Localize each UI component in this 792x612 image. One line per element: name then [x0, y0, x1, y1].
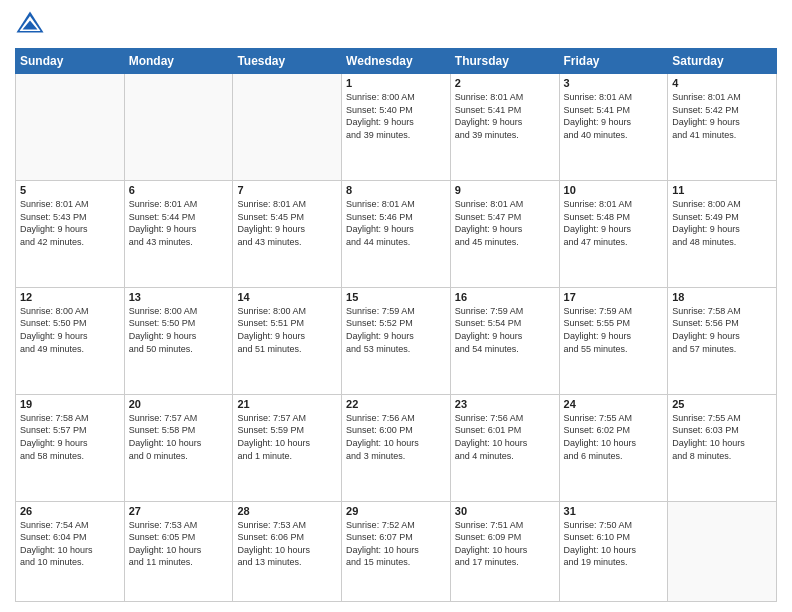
calendar-week-row: 5Sunrise: 8:01 AM Sunset: 5:43 PM Daylig… — [16, 180, 777, 287]
day-info: Sunrise: 8:01 AM Sunset: 5:48 PM Dayligh… — [564, 198, 664, 248]
day-number: 15 — [346, 291, 446, 303]
day-number: 2 — [455, 77, 555, 89]
day-number: 9 — [455, 184, 555, 196]
day-info: Sunrise: 8:01 AM Sunset: 5:41 PM Dayligh… — [455, 91, 555, 141]
calendar-cell: 6Sunrise: 8:01 AM Sunset: 5:44 PM Daylig… — [124, 180, 233, 287]
day-info: Sunrise: 8:00 AM Sunset: 5:51 PM Dayligh… — [237, 305, 337, 355]
calendar-cell: 4Sunrise: 8:01 AM Sunset: 5:42 PM Daylig… — [668, 74, 777, 181]
day-number: 14 — [237, 291, 337, 303]
day-info: Sunrise: 7:56 AM Sunset: 6:00 PM Dayligh… — [346, 412, 446, 462]
calendar-cell — [233, 74, 342, 181]
day-number: 13 — [129, 291, 229, 303]
day-info: Sunrise: 8:01 AM Sunset: 5:46 PM Dayligh… — [346, 198, 446, 248]
calendar-cell: 18Sunrise: 7:58 AM Sunset: 5:56 PM Dayli… — [668, 287, 777, 394]
day-number: 24 — [564, 398, 664, 410]
day-info: Sunrise: 7:59 AM Sunset: 5:54 PM Dayligh… — [455, 305, 555, 355]
calendar-cell: 14Sunrise: 8:00 AM Sunset: 5:51 PM Dayli… — [233, 287, 342, 394]
day-info: Sunrise: 7:56 AM Sunset: 6:01 PM Dayligh… — [455, 412, 555, 462]
day-info: Sunrise: 8:01 AM Sunset: 5:45 PM Dayligh… — [237, 198, 337, 248]
day-info: Sunrise: 8:01 AM Sunset: 5:43 PM Dayligh… — [20, 198, 120, 248]
weekday-header: Saturday — [668, 49, 777, 74]
weekday-header: Sunday — [16, 49, 125, 74]
calendar-cell: 19Sunrise: 7:58 AM Sunset: 5:57 PM Dayli… — [16, 394, 125, 501]
day-number: 1 — [346, 77, 446, 89]
day-number: 3 — [564, 77, 664, 89]
calendar-cell: 15Sunrise: 7:59 AM Sunset: 5:52 PM Dayli… — [342, 287, 451, 394]
calendar-cell: 7Sunrise: 8:01 AM Sunset: 5:45 PM Daylig… — [233, 180, 342, 287]
day-info: Sunrise: 8:00 AM Sunset: 5:50 PM Dayligh… — [20, 305, 120, 355]
day-info: Sunrise: 7:50 AM Sunset: 6:10 PM Dayligh… — [564, 519, 664, 569]
day-info: Sunrise: 7:53 AM Sunset: 6:05 PM Dayligh… — [129, 519, 229, 569]
day-number: 4 — [672, 77, 772, 89]
weekday-header: Friday — [559, 49, 668, 74]
day-number: 22 — [346, 398, 446, 410]
calendar-cell: 31Sunrise: 7:50 AM Sunset: 6:10 PM Dayli… — [559, 501, 668, 601]
calendar-cell — [16, 74, 125, 181]
day-info: Sunrise: 8:01 AM Sunset: 5:42 PM Dayligh… — [672, 91, 772, 141]
calendar-cell: 23Sunrise: 7:56 AM Sunset: 6:01 PM Dayli… — [450, 394, 559, 501]
day-info: Sunrise: 7:59 AM Sunset: 5:52 PM Dayligh… — [346, 305, 446, 355]
logo-icon — [15, 10, 45, 40]
calendar-cell — [124, 74, 233, 181]
calendar-cell: 8Sunrise: 8:01 AM Sunset: 5:46 PM Daylig… — [342, 180, 451, 287]
day-info: Sunrise: 8:00 AM Sunset: 5:40 PM Dayligh… — [346, 91, 446, 141]
day-number: 28 — [237, 505, 337, 517]
day-number: 17 — [564, 291, 664, 303]
day-info: Sunrise: 7:54 AM Sunset: 6:04 PM Dayligh… — [20, 519, 120, 569]
day-number: 31 — [564, 505, 664, 517]
day-number: 23 — [455, 398, 555, 410]
day-number: 25 — [672, 398, 772, 410]
calendar-cell: 30Sunrise: 7:51 AM Sunset: 6:09 PM Dayli… — [450, 501, 559, 601]
weekday-header: Thursday — [450, 49, 559, 74]
calendar-week-row: 19Sunrise: 7:58 AM Sunset: 5:57 PM Dayli… — [16, 394, 777, 501]
calendar-cell: 17Sunrise: 7:59 AM Sunset: 5:55 PM Dayli… — [559, 287, 668, 394]
calendar-cell: 28Sunrise: 7:53 AM Sunset: 6:06 PM Dayli… — [233, 501, 342, 601]
calendar-cell: 29Sunrise: 7:52 AM Sunset: 6:07 PM Dayli… — [342, 501, 451, 601]
day-number: 20 — [129, 398, 229, 410]
calendar-cell: 2Sunrise: 8:01 AM Sunset: 5:41 PM Daylig… — [450, 74, 559, 181]
weekday-header: Monday — [124, 49, 233, 74]
calendar-week-row: 1Sunrise: 8:00 AM Sunset: 5:40 PM Daylig… — [16, 74, 777, 181]
day-info: Sunrise: 7:53 AM Sunset: 6:06 PM Dayligh… — [237, 519, 337, 569]
day-info: Sunrise: 7:51 AM Sunset: 6:09 PM Dayligh… — [455, 519, 555, 569]
day-info: Sunrise: 8:01 AM Sunset: 5:47 PM Dayligh… — [455, 198, 555, 248]
calendar-cell: 13Sunrise: 8:00 AM Sunset: 5:50 PM Dayli… — [124, 287, 233, 394]
day-number: 16 — [455, 291, 555, 303]
day-number: 26 — [20, 505, 120, 517]
day-info: Sunrise: 7:57 AM Sunset: 5:58 PM Dayligh… — [129, 412, 229, 462]
calendar-cell: 11Sunrise: 8:00 AM Sunset: 5:49 PM Dayli… — [668, 180, 777, 287]
day-info: Sunrise: 7:58 AM Sunset: 5:56 PM Dayligh… — [672, 305, 772, 355]
day-number: 21 — [237, 398, 337, 410]
calendar-table: SundayMondayTuesdayWednesdayThursdayFrid… — [15, 48, 777, 602]
calendar-cell: 26Sunrise: 7:54 AM Sunset: 6:04 PM Dayli… — [16, 501, 125, 601]
page: SundayMondayTuesdayWednesdayThursdayFrid… — [0, 0, 792, 612]
header — [15, 10, 777, 40]
day-info: Sunrise: 7:59 AM Sunset: 5:55 PM Dayligh… — [564, 305, 664, 355]
day-number: 29 — [346, 505, 446, 517]
day-number: 18 — [672, 291, 772, 303]
day-number: 30 — [455, 505, 555, 517]
day-info: Sunrise: 7:52 AM Sunset: 6:07 PM Dayligh… — [346, 519, 446, 569]
day-number: 12 — [20, 291, 120, 303]
calendar-cell: 1Sunrise: 8:00 AM Sunset: 5:40 PM Daylig… — [342, 74, 451, 181]
calendar-cell: 9Sunrise: 8:01 AM Sunset: 5:47 PM Daylig… — [450, 180, 559, 287]
day-info: Sunrise: 8:00 AM Sunset: 5:50 PM Dayligh… — [129, 305, 229, 355]
weekday-header: Wednesday — [342, 49, 451, 74]
day-number: 7 — [237, 184, 337, 196]
calendar-header-row: SundayMondayTuesdayWednesdayThursdayFrid… — [16, 49, 777, 74]
calendar-cell: 24Sunrise: 7:55 AM Sunset: 6:02 PM Dayli… — [559, 394, 668, 501]
day-info: Sunrise: 8:01 AM Sunset: 5:44 PM Dayligh… — [129, 198, 229, 248]
calendar-week-row: 12Sunrise: 8:00 AM Sunset: 5:50 PM Dayli… — [16, 287, 777, 394]
calendar-week-row: 26Sunrise: 7:54 AM Sunset: 6:04 PM Dayli… — [16, 501, 777, 601]
day-number: 8 — [346, 184, 446, 196]
calendar-cell: 21Sunrise: 7:57 AM Sunset: 5:59 PM Dayli… — [233, 394, 342, 501]
calendar-cell: 20Sunrise: 7:57 AM Sunset: 5:58 PM Dayli… — [124, 394, 233, 501]
calendar-cell: 3Sunrise: 8:01 AM Sunset: 5:41 PM Daylig… — [559, 74, 668, 181]
calendar-cell: 27Sunrise: 7:53 AM Sunset: 6:05 PM Dayli… — [124, 501, 233, 601]
day-number: 11 — [672, 184, 772, 196]
day-info: Sunrise: 7:55 AM Sunset: 6:03 PM Dayligh… — [672, 412, 772, 462]
logo — [15, 10, 49, 40]
day-info: Sunrise: 8:00 AM Sunset: 5:49 PM Dayligh… — [672, 198, 772, 248]
day-number: 10 — [564, 184, 664, 196]
day-info: Sunrise: 7:58 AM Sunset: 5:57 PM Dayligh… — [20, 412, 120, 462]
